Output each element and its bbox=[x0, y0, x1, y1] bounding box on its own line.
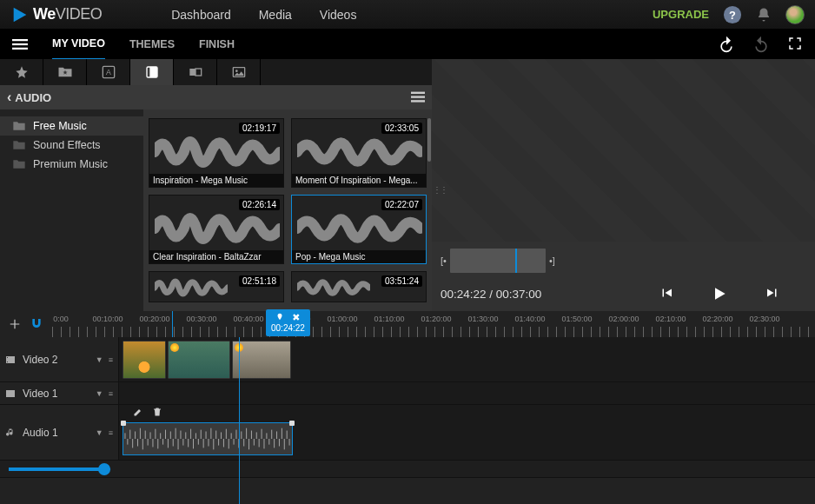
svg-rect-5 bbox=[12, 48, 28, 50]
trim-in-icon[interactable]: [• bbox=[441, 255, 447, 266]
folder-free-music[interactable]: Free Music bbox=[0, 116, 143, 136]
ruler-tick: 01:20:00 bbox=[421, 315, 451, 323]
playhead-time: 00:24:22 bbox=[271, 323, 305, 333]
ruler-tick: 00:10:00 bbox=[92, 315, 123, 323]
track-collapse-icon[interactable]: ▼ bbox=[96, 389, 103, 398]
audio-clip-timeline[interactable] bbox=[123, 422, 293, 455]
svg-text:A: A bbox=[106, 68, 111, 76]
audio-clip[interactable]: 03:51:24 bbox=[291, 271, 427, 302]
fullscreen-icon[interactable] bbox=[787, 36, 803, 51]
video-clip[interactable] bbox=[168, 341, 230, 379]
video-clip[interactable] bbox=[232, 341, 291, 379]
prev-icon[interactable] bbox=[659, 285, 674, 301]
timeline-lane[interactable] bbox=[119, 337, 815, 381]
ruler-tick: 02:20:00 bbox=[702, 315, 732, 323]
clip-title: Pop - Mega Music bbox=[292, 250, 426, 263]
tab-transitions[interactable] bbox=[174, 59, 217, 85]
playhead[interactable] bbox=[172, 311, 173, 337]
tab-text[interactable]: A bbox=[87, 59, 130, 85]
folder-label: Premium Music bbox=[33, 158, 108, 170]
ruler-tick: 00:40:00 bbox=[233, 315, 263, 323]
track-menu-icon[interactable]: ≡ bbox=[109, 389, 113, 398]
svg-marker-0 bbox=[14, 7, 27, 22]
video-clip[interactable] bbox=[123, 341, 166, 379]
svg-rect-18 bbox=[7, 357, 8, 358]
timeline-ruler[interactable]: 00:24:22 0:0000:10:0000:20:0000:30:0000:… bbox=[52, 311, 815, 337]
tab-my-video[interactable]: MY VIDEO bbox=[52, 29, 105, 61]
trim-out-icon[interactable]: •] bbox=[549, 255, 555, 266]
trim-bar[interactable] bbox=[450, 249, 546, 273]
ruler-tick: 01:40:00 bbox=[514, 315, 545, 323]
svg-text:?: ? bbox=[729, 8, 736, 21]
tab-themes[interactable]: THEMES bbox=[129, 30, 175, 59]
panel-drag-icon[interactable]: ⋮⋮ bbox=[433, 185, 447, 195]
audio-clip[interactable]: 02:51:18 bbox=[149, 271, 284, 302]
clip-duration: 02:19:17 bbox=[239, 123, 280, 134]
track-menu-icon[interactable]: ≡ bbox=[109, 355, 113, 364]
track-collapse-icon[interactable]: ▼ bbox=[96, 428, 103, 437]
svg-rect-11 bbox=[195, 69, 202, 76]
edit-icon[interactable] bbox=[133, 407, 143, 417]
undo-icon[interactable] bbox=[718, 36, 735, 53]
playhead-flag[interactable]: 00:24:22 bbox=[266, 309, 310, 336]
magnet-icon[interactable] bbox=[30, 317, 43, 331]
clip-duration: 02:22:07 bbox=[381, 199, 422, 210]
delete-icon[interactable] bbox=[152, 407, 162, 417]
clip-title: Clear Inspiration - BaltaZzar bbox=[149, 250, 283, 263]
add-track-icon[interactable] bbox=[9, 318, 21, 330]
track-collapse-icon[interactable]: ▼ bbox=[96, 355, 103, 364]
folder-label: Free Music bbox=[33, 120, 87, 132]
timeline-lane[interactable] bbox=[119, 382, 815, 404]
clip-duration: 02:33:05 bbox=[381, 123, 422, 134]
tab-audio-media[interactable] bbox=[130, 59, 174, 85]
nav-videos[interactable]: Videos bbox=[320, 8, 357, 22]
audio-clip[interactable]: 02:26:14 Clear Inspiration - BaltaZzar bbox=[149, 195, 284, 264]
track-label: Audio 1 bbox=[23, 427, 58, 439]
avatar[interactable] bbox=[785, 5, 805, 24]
bell-icon[interactable] bbox=[756, 7, 772, 23]
tab-images[interactable] bbox=[217, 59, 261, 85]
svg-rect-19 bbox=[7, 361, 8, 362]
upgrade-button[interactable]: UPGRADE bbox=[653, 8, 709, 21]
clip-duration: 02:51:18 bbox=[239, 275, 280, 287]
track-menu-icon[interactable]: ≡ bbox=[109, 428, 113, 437]
timeline-lane[interactable] bbox=[119, 405, 815, 460]
video-track-icon bbox=[5, 388, 16, 399]
next-icon[interactable] bbox=[765, 285, 780, 301]
preview-viewer bbox=[432, 59, 815, 242]
clip-title: Moment Of Inspiration - Mega... bbox=[292, 174, 426, 187]
svg-rect-10 bbox=[189, 69, 195, 76]
folder-premium-music[interactable]: Premium Music bbox=[0, 155, 143, 174]
ruler-tick: 00:30:00 bbox=[186, 315, 216, 323]
clip-title: Inspiration - Mega Music bbox=[149, 174, 283, 187]
cut-icon[interactable] bbox=[291, 313, 300, 322]
nav-media[interactable]: Media bbox=[259, 8, 292, 22]
back-icon[interactable]: ‹ bbox=[7, 90, 11, 105]
ruler-tick: 00:20:00 bbox=[139, 315, 169, 323]
folder-sound-effects[interactable]: Sound Effects bbox=[0, 136, 143, 155]
redo-icon[interactable] bbox=[752, 36, 770, 53]
tab-finish[interactable]: FINISH bbox=[199, 30, 235, 59]
volume-slider[interactable] bbox=[9, 468, 103, 471]
audio-clip[interactable]: 02:19:17 Inspiration - Mega Music bbox=[149, 118, 284, 188]
play-icon[interactable] bbox=[711, 285, 728, 302]
tab-favorites[interactable] bbox=[0, 59, 43, 85]
nav-dashboard[interactable]: Dashboard bbox=[171, 8, 231, 22]
tab-folder-star[interactable] bbox=[43, 59, 87, 85]
list-view-icon[interactable] bbox=[411, 91, 425, 103]
ruler-tick: 01:10:00 bbox=[374, 315, 404, 323]
playhead-line[interactable] bbox=[239, 337, 240, 504]
menu-icon[interactable] bbox=[12, 36, 28, 52]
ruler-tick: 02:30:00 bbox=[749, 315, 779, 323]
folder-label: Sound Effects bbox=[33, 139, 101, 151]
ruler-tick: 01:30:00 bbox=[467, 315, 498, 323]
svg-rect-4 bbox=[12, 43, 28, 45]
ruler-tick: 0:00 bbox=[53, 315, 69, 323]
clip-duration: 03:51:24 bbox=[381, 275, 422, 287]
wevideo-logo[interactable]: WeVIDEO bbox=[10, 5, 102, 24]
audio-clip-selected[interactable]: 02:22:07 Pop - Mega Music bbox=[291, 195, 427, 264]
audio-track-icon bbox=[5, 428, 16, 438]
help-icon[interactable]: ? bbox=[723, 5, 742, 24]
audio-clip[interactable]: 02:33:05 Moment Of Inspiration - Mega... bbox=[291, 118, 427, 188]
logo-video: VIDEO bbox=[56, 5, 103, 23]
